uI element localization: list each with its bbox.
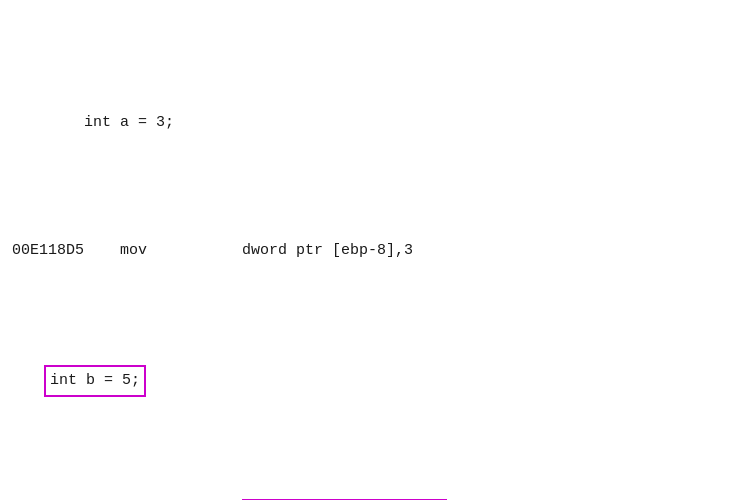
code-view: int a = 3; 00E118D5 mov dword ptr [ebp-8… (12, 8, 719, 500)
line-3: int b = 5; (12, 365, 719, 397)
operand: dword ptr [ebp-8],3 (242, 238, 413, 264)
line-1: int a = 3; (12, 110, 719, 136)
mnemonic: mov (102, 238, 162, 264)
source-code: int a = 3; (12, 110, 174, 136)
address: 00E118D5 (12, 238, 102, 264)
line-2: 00E118D5 mov dword ptr [ebp-8],3 (12, 238, 719, 264)
highlight-source: int b = 5; (44, 365, 146, 397)
